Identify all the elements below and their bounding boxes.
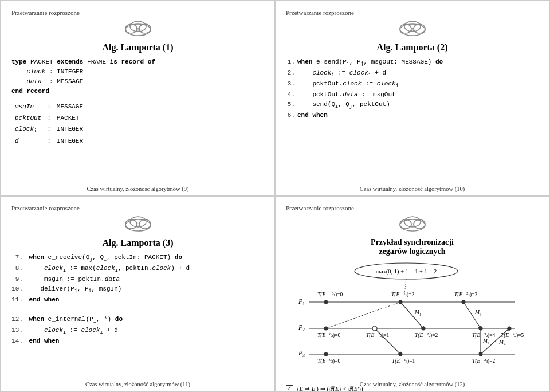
svg-text:)=1: )=1 (382, 332, 390, 339)
svg-point-101 (372, 326, 377, 331)
main-grid: Przetwarzanie rozproszone ⚙ Alg. Lamport… (0, 0, 550, 392)
svg-text:)=2: )=2 (488, 358, 496, 364)
svg-text:T(E: T(E (366, 332, 374, 339)
section-title-1: Przetwarzanie rozproszone (11, 9, 264, 16)
svg-text:T(E: T(E (317, 358, 325, 364)
svg-text:)=1: )=1 (407, 358, 415, 364)
cell1-vars: msgIn:MESSAGE pcktOut:PACKET clocki:INTE… (11, 101, 87, 147)
cell-synchronization: Przetwarzanie rozproszone ⚙ Przykład syn… (275, 196, 549, 391)
cell3-code: 7. when e_receive(Qj, Qi, pcktIn: PACKET… (11, 253, 264, 346)
cell3-content: 7. when e_receive(Qj, Qi, pcktIn: PACKET… (11, 253, 264, 346)
cell1-code: type PACKET extends FRAME is record of c… (11, 57, 264, 96)
section-title-2: Przetwarzanie rozproszone (286, 9, 539, 16)
svg-text:4: 4 (504, 342, 506, 347)
svg-text:T(E: T(E (454, 292, 462, 298)
svg-text:T(E: T(E (472, 332, 480, 339)
alg-title-1: Alg. Lamporta (1) (11, 42, 264, 53)
svg-text:)=2: )=2 (430, 332, 438, 339)
svg-line-89 (463, 302, 481, 328)
cell-lamporta-2: Przetwarzanie rozproszone ⚙ Alg. Lamport… (275, 1, 549, 196)
svg-text:⚙: ⚙ (136, 222, 140, 228)
svg-text:2: 2 (302, 327, 305, 332)
svg-text:T(E: T(E (317, 332, 325, 339)
svg-text:2: 2 (488, 341, 490, 346)
alg-title-4: Przykład synchronizacji zegarów logiczny… (286, 238, 539, 256)
cloud-icon-3: ⚙ (11, 213, 264, 236)
cell-lamporta-3: Przetwarzanie rozproszone ⚙ Alg. Lamport… (1, 196, 275, 391)
svg-text:3: 3 (302, 353, 305, 358)
alg-title-2: Alg. Lamporta (2) (286, 42, 539, 53)
svg-text:)=0: )=0 (335, 292, 343, 298)
cell1-content: type PACKET extends FRAME is record of c… (11, 57, 264, 147)
bottom-label-1: Czas wirtualny, złożoność algorytmów (9) (1, 186, 274, 192)
svg-point-31 (324, 300, 328, 304)
bottom-label-3: Czas wirtualny, złożoność algorytmów (11… (1, 381, 274, 387)
cell2-code: 1.when e_send(Pi, Pj, msgOut: MESSAGE) d… (286, 57, 539, 120)
svg-text:)=3: )=3 (470, 292, 478, 298)
cloud-icon-2: ⚙ (286, 17, 539, 40)
svg-text:max(0, 1) + 1 = 1 + 1 = 2: max(0, 1) + 1 = 1 + 1 = 2 (376, 268, 437, 275)
bottom-label-4: Czas wirtualny, złożoność algorytmów (12… (276, 381, 549, 387)
alg-title-3: Alg. Lamporta (3) (11, 238, 264, 248)
svg-point-71 (324, 352, 328, 356)
svg-text:T(E: T(E (317, 292, 325, 298)
svg-text:)=0: )=0 (333, 358, 341, 364)
section-title-4: Przetwarzanie rozproszone (286, 205, 539, 211)
svg-text:T(E: T(E (501, 332, 509, 339)
svg-text:)=4: )=4 (488, 332, 496, 339)
cell-lamporta-1: Przetwarzanie rozproszone ⚙ Alg. Lamport… (1, 1, 275, 196)
svg-line-96 (326, 302, 400, 328)
svg-text:⚙: ⚙ (410, 222, 415, 228)
svg-text:T(E: T(E (472, 358, 480, 364)
svg-text:1: 1 (302, 301, 305, 307)
svg-text:T(E: T(E (415, 332, 423, 339)
cloud-icon-1: ⚙ (11, 17, 264, 40)
cell2-content: 1.when e_send(Pi, Pj, msgOut: MESSAGE) d… (286, 57, 539, 120)
svg-text:3: 3 (480, 312, 482, 317)
svg-text:)=5: )=5 (516, 332, 524, 339)
svg-text:1: 1 (419, 312, 422, 317)
sync-diagram: max(0, 1) + 1 = 1 + 1 = 2 P1 P2 P3 T(E01… (286, 261, 539, 383)
section-title-3: Przetwarzanie rozproszone (11, 205, 264, 211)
svg-text:)=0: )=0 (333, 332, 341, 339)
svg-text:)=2: )=2 (407, 292, 415, 298)
svg-text:T(E: T(E (391, 292, 399, 298)
svg-text:T(E: T(E (392, 358, 400, 364)
cloud-icon-4: ⚙ (286, 213, 539, 236)
svg-text:⚙: ⚙ (410, 27, 415, 33)
bottom-label-2: Czas wirtualny, złożoność algorytmów (10… (276, 186, 549, 192)
svg-text:⚙: ⚙ (136, 27, 140, 33)
